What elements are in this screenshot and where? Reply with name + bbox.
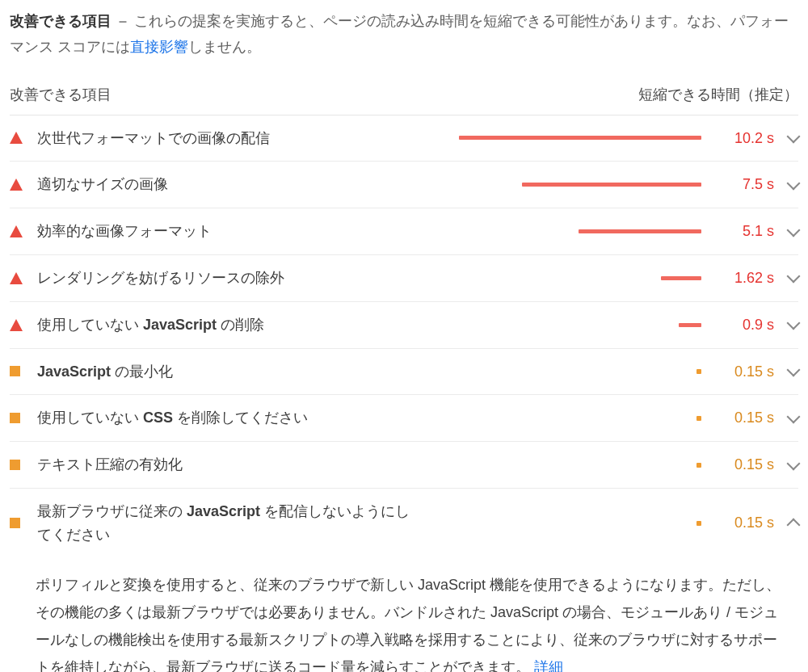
severity-high-icon xyxy=(10,225,37,237)
severity-high-icon xyxy=(10,272,37,284)
col-header-savings: 短縮できる時間（推定） xyxy=(638,83,798,107)
savings-bar xyxy=(696,416,701,421)
opportunity-label: 効率的な画像フォーマット xyxy=(37,220,417,243)
savings-bar xyxy=(679,323,701,327)
opportunity-row[interactable]: 次世代フォーマットでの画像の配信10.2 s xyxy=(10,116,798,162)
intro-text-2: しません。 xyxy=(188,39,261,55)
learn-more-link[interactable]: 詳細 xyxy=(534,659,563,672)
opportunity-label: 適切なサイズの画像 xyxy=(37,173,417,196)
opportunities-list: 次世代フォーマットでの画像の配信10.2 s適切なサイズの画像7.5 s効率的な… xyxy=(10,116,798,555)
opportunity-row[interactable]: JavaScript の最小化0.15 s xyxy=(10,349,798,396)
savings-bar xyxy=(522,183,701,187)
opportunities-table-header: 改善できる項目 短縮できる時間（推定） xyxy=(10,78,798,116)
opportunity-row[interactable]: 効率的な画像フォーマット5.1 s xyxy=(10,208,798,255)
opportunity-row[interactable]: 最新ブラウザに従来の JavaScript を配信しないようにしてください0.1… xyxy=(10,489,798,555)
severity-high-icon xyxy=(10,319,37,331)
savings-bar-track xyxy=(417,130,705,146)
chevron-down-icon[interactable] xyxy=(774,135,798,141)
opportunities-intro: 改善できる項目 – これらの提案を実施すると、ページの読み込み時間を短縮できる可… xyxy=(10,8,798,61)
savings-value: 0.15 s xyxy=(705,453,774,477)
savings-bar-track xyxy=(417,224,705,240)
severity-medium-icon xyxy=(10,366,37,376)
chevron-up-icon[interactable] xyxy=(774,517,798,530)
savings-value: 0.15 s xyxy=(705,511,774,535)
opportunity-row[interactable]: 使用していない CSS を削除してください0.15 s xyxy=(10,395,798,442)
severity-high-icon xyxy=(10,132,37,144)
savings-value: 5.1 s xyxy=(705,220,774,243)
savings-bar xyxy=(696,463,701,468)
savings-value: 0.15 s xyxy=(705,360,774,384)
opportunity-label: 使用していない CSS を削除してください xyxy=(37,406,417,430)
col-header-item: 改善できる項目 xyxy=(10,83,112,107)
savings-bar-track xyxy=(417,515,705,531)
chevron-down-icon[interactable] xyxy=(774,368,798,375)
opportunity-label: 使用していない JavaScript の削除 xyxy=(37,313,417,337)
chevron-down-icon[interactable] xyxy=(774,462,798,468)
savings-bar xyxy=(661,276,701,280)
savings-bar-track xyxy=(417,177,705,193)
opportunity-label: 次世代フォーマットでの画像の配信 xyxy=(37,127,417,150)
savings-value: 10.2 s xyxy=(705,127,774,150)
chevron-down-icon[interactable] xyxy=(774,182,798,188)
chevron-down-icon[interactable] xyxy=(774,229,798,235)
savings-bar-track xyxy=(417,363,705,380)
severity-high-icon xyxy=(10,178,37,191)
detail-text: ポリフィルと変換を使用すると、従来のブラウザで新しい JavaScript 機能… xyxy=(36,577,781,672)
savings-value: 1.62 s xyxy=(705,267,774,290)
savings-value: 0.15 s xyxy=(705,406,774,430)
savings-value: 7.5 s xyxy=(705,173,774,196)
savings-value: 0.9 s xyxy=(705,313,774,337)
savings-bar-track xyxy=(417,457,705,473)
severity-medium-icon xyxy=(10,518,37,528)
dash-separator: – xyxy=(116,13,130,29)
opportunity-label: JavaScript の最小化 xyxy=(37,360,417,384)
section-title: 改善できる項目 xyxy=(10,13,112,29)
opportunity-row[interactable]: 適切なサイズの画像7.5 s xyxy=(10,162,798,208)
chevron-down-icon[interactable] xyxy=(774,275,798,281)
opportunity-detail-panel: ポリフィルと変換を使用すると、従来のブラウザで新しい JavaScript 機能… xyxy=(10,555,798,672)
opportunity-label: 最新ブラウザに従来の JavaScript を配信しないようにしてください xyxy=(37,500,417,547)
opportunity-label: レンダリングを妨げるリソースの除外 xyxy=(37,267,417,290)
chevron-down-icon[interactable] xyxy=(774,415,798,422)
severity-medium-icon xyxy=(10,413,37,423)
chevron-down-icon[interactable] xyxy=(774,321,798,328)
savings-bar xyxy=(696,521,701,526)
opportunity-row[interactable]: 使用していない JavaScript の削除0.9 s xyxy=(10,302,798,349)
savings-bar xyxy=(696,369,701,374)
opportunity-label: テキスト圧縮の有効化 xyxy=(37,453,417,477)
opportunity-row[interactable]: テキスト圧縮の有効化0.15 s xyxy=(10,442,798,489)
savings-bar-track xyxy=(417,317,705,333)
direct-impact-link[interactable]: 直接影響 xyxy=(130,39,188,55)
savings-bar-track xyxy=(417,410,705,426)
severity-medium-icon xyxy=(10,460,37,470)
savings-bar xyxy=(579,229,701,233)
savings-bar xyxy=(459,136,701,140)
savings-bar-track xyxy=(417,270,705,286)
opportunity-row[interactable]: レンダリングを妨げるリソースの除外1.62 s xyxy=(10,255,798,302)
